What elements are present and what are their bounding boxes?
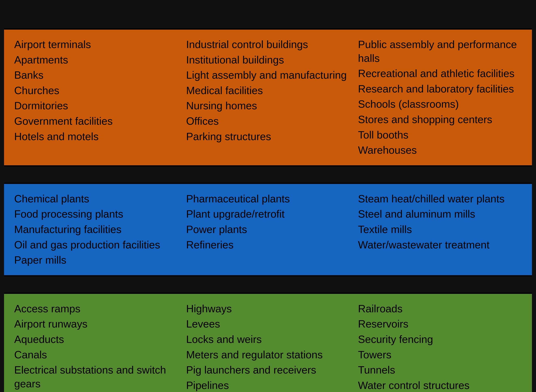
list-item: Banks [14,68,178,82]
list-item: Dormitories [14,99,178,113]
list-item: Levees [186,317,350,331]
list-item: Pharmaceutical plants [186,192,350,206]
list-item: Apartments [14,53,178,67]
list-item: Steel and aluminum mills [358,207,522,221]
list-item: Industrial control buildings [186,38,350,51]
list-item: Airport runways [14,317,178,331]
list-item: Canals [14,348,178,362]
orange-col-3: Public assembly and performance halls Re… [354,38,526,157]
list-item: Electrical substations and switch gears [14,363,178,391]
list-item: Manufacturing facilities [14,223,178,236]
list-item: Warehouses [358,143,522,157]
list-item: Locks and weirs [186,333,350,346]
list-item: Refineries [186,238,350,252]
list-item: Tunnels [358,363,522,377]
list-item: Textile mills [358,223,522,236]
blue-section: Chemical plants Food processing plants M… [4,183,532,276]
list-item: Nursing homes [186,99,350,113]
blue-col-2: Pharmaceutical plants Plant upgrade/retr… [182,192,354,267]
green-section: Access ramps Airport runways Aqueducts C… [4,293,532,392]
list-item: Paper mills [14,253,178,267]
list-item: Stores and shopping centers [358,113,522,126]
list-item: Institutional buildings [186,53,350,67]
list-item: Research and laboratory facilities [358,82,522,96]
list-item: Schools (classrooms) [358,97,522,111]
list-item: Oil and gas production facilities [14,238,178,252]
blue-col-3: Steam heat/chilled water plants Steel an… [354,192,526,267]
blue-col-1: Chemical plants Food processing plants M… [10,192,182,267]
list-item: Aqueducts [14,333,178,346]
list-item: Plant upgrade/retrofit [186,207,350,221]
list-item: Water control structures [358,379,522,392]
middle-spacer-2 [4,276,532,293]
top-spacer [4,12,532,28]
green-col-3: Railroads Reservoirs Security fencing To… [354,302,526,392]
middle-spacer-1 [4,167,532,183]
list-item: Water/wastewater treatment [358,238,522,252]
list-item: Toll booths [358,128,522,142]
list-item: Pig launchers and receivers [186,363,350,377]
list-item: Meters and regulator stations [186,348,350,362]
list-item: Airport terminals [14,38,178,51]
green-col-1: Access ramps Airport runways Aqueducts C… [10,302,182,392]
list-item: Hotels and motels [14,130,178,144]
list-item: Reservoirs [358,317,522,331]
list-item: Public assembly and performance halls [358,38,522,65]
list-item: Steam heat/chilled water plants [358,192,522,206]
list-item: Railroads [358,302,522,316]
list-item: Light assembly and manufacturing [186,68,350,82]
list-item: Highways [186,302,350,316]
list-item: Medical facilities [186,84,350,98]
page-container: Airport terminals Apartments Banks Churc… [0,0,536,392]
list-item: Government facilities [14,114,178,128]
list-item: Parking structures [186,130,350,144]
orange-section: Airport terminals Apartments Banks Churc… [4,28,532,167]
orange-col-2: Industrial control buildings Institution… [182,38,354,157]
orange-col-1: Airport terminals Apartments Banks Churc… [10,38,182,157]
list-item: Recreational and athletic facilities [358,67,522,80]
list-item: Offices [186,114,350,128]
list-item: Chemical plants [14,192,178,206]
list-item: Power plants [186,223,350,236]
list-item: Churches [14,84,178,98]
list-item: Security fencing [358,333,522,346]
list-item: Food processing plants [14,207,178,221]
list-item: Access ramps [14,302,178,316]
list-item: Pipelines [186,379,350,392]
green-col-2: Highways Levees Locks and weirs Meters a… [182,302,354,392]
list-item: Towers [358,348,522,362]
